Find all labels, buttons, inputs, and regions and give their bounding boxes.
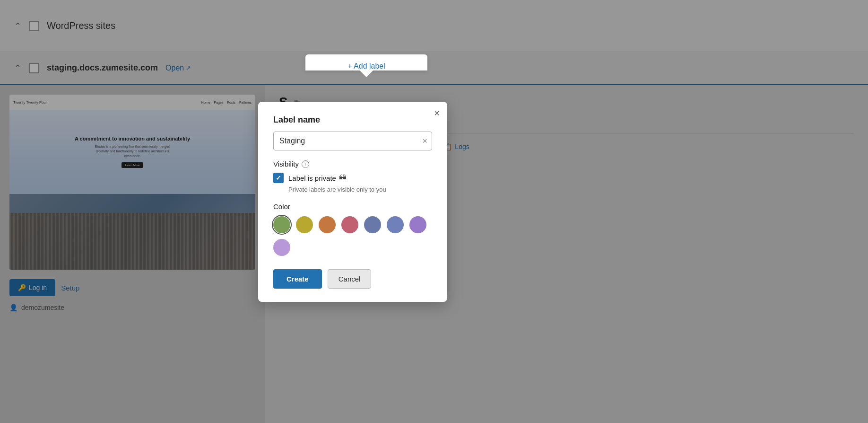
private-checkbox-row: ✓ Label is private 🕶 — [273, 173, 432, 183]
label-input-wrap: × — [273, 132, 432, 150]
private-checkbox[interactable]: ✓ — [273, 173, 284, 183]
color-swatch-1[interactable] — [296, 216, 313, 233]
private-hint: Private labels are visible only to you — [288, 186, 432, 193]
label-name-input[interactable] — [273, 132, 432, 150]
color-swatches — [273, 216, 432, 256]
modal-actions: Create Cancel — [273, 269, 432, 289]
add-label-popover-text[interactable]: + Add label — [347, 62, 385, 70]
visibility-section: Visibility i ✓ Label is private 🕶 Privat… — [273, 160, 432, 193]
color-swatch-0[interactable] — [273, 216, 290, 233]
cancel-button[interactable]: Cancel — [328, 269, 372, 289]
color-swatch-3[interactable] — [341, 216, 358, 233]
popover-triangle — [360, 70, 373, 77]
private-label-text: Label is private 🕶 — [288, 174, 347, 182]
modal-title: Label name — [273, 115, 432, 125]
checkmark-icon: ✓ — [276, 174, 281, 182]
eye-slash-icon: 🕶 — [339, 174, 347, 182]
visibility-info-icon[interactable]: i — [302, 160, 309, 168]
input-clear-button[interactable]: × — [422, 136, 427, 146]
add-label-modal: × Label name × Visibility i ✓ Label is p… — [258, 102, 447, 302]
color-swatch-4[interactable] — [364, 216, 381, 233]
color-swatch-2[interactable] — [319, 216, 336, 233]
color-swatch-7[interactable] — [273, 239, 290, 256]
color-swatch-5[interactable] — [387, 216, 404, 233]
modal-close-button[interactable]: × — [434, 108, 440, 118]
color-section-label: Color — [273, 203, 432, 211]
color-section: Color — [273, 203, 432, 256]
visibility-label: Visibility i — [273, 160, 432, 168]
color-swatch-6[interactable] — [409, 216, 426, 233]
add-label-popover: + Add label — [305, 54, 427, 70]
create-button[interactable]: Create — [273, 269, 322, 289]
